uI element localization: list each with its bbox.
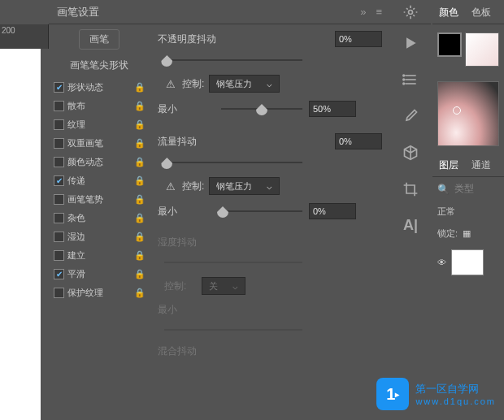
list-item-label: 颜色动态 [67, 156, 132, 168]
lock-icon[interactable]: ▦ [463, 228, 471, 239]
tab-color[interactable]: 颜色 [432, 2, 465, 24]
crop-icon[interactable] [390, 171, 431, 207]
lock-icon[interactable]: 🔒 [135, 120, 145, 130]
list-item-label: 保护纹理 [67, 287, 132, 299]
flow-jitter-input[interactable]: 0% [335, 133, 382, 149]
tab-channels[interactable]: 通道 [465, 154, 497, 176]
tip-shape-header[interactable]: 画笔笔尖形状 [52, 56, 146, 75]
min-slider-1[interactable] [221, 102, 302, 115]
min-input-1[interactable]: 50% [309, 101, 356, 117]
lock-icon[interactable]: 🔒 [135, 251, 145, 261]
list-item[interactable]: 纹理🔒 [52, 115, 146, 134]
brush-tab-button[interactable]: 画笔 [79, 29, 119, 50]
min-input-2[interactable]: 0% [309, 203, 356, 219]
chevron-down-icon: ⌵ [267, 79, 272, 89]
list-item-label: 形状动态 [67, 81, 132, 93]
lock-icon[interactable]: 🔒 [135, 102, 145, 111]
list-item-label: 纹理 [67, 119, 132, 131]
svg-point-4 [403, 75, 405, 76]
list-item[interactable]: 建立🔒 [52, 246, 146, 265]
chevron-down-icon: ⌵ [267, 181, 272, 192]
list-item[interactable]: 形状动态🔒 [52, 78, 146, 97]
visibility-icon[interactable]: 👁 [437, 258, 446, 267]
checkbox[interactable] [54, 138, 64, 149]
color-picker-preview[interactable] [465, 32, 499, 67]
list-icon[interactable] [390, 61, 431, 97]
checkbox[interactable] [54, 157, 64, 167]
control-label-3: 控制: [164, 279, 197, 293]
checkbox[interactable] [54, 232, 64, 242]
checkbox[interactable] [54, 119, 64, 130]
lock-icon[interactable]: 🔒 [135, 214, 145, 223]
cube-icon[interactable] [390, 134, 431, 171]
checkbox[interactable] [54, 194, 64, 205]
tab-layers[interactable]: 图层 [432, 154, 465, 176]
brush-tool-icon[interactable] [390, 97, 431, 134]
lock-icon[interactable]: 🔒 [135, 83, 145, 93]
tool-column: A| [390, 0, 431, 420]
checkbox[interactable] [54, 82, 64, 93]
list-item[interactable]: 散布🔒 [52, 97, 146, 115]
checkbox[interactable] [54, 269, 64, 279]
min-label-1: 最小 [158, 102, 215, 116]
lock-icon[interactable]: 🔒 [135, 176, 145, 186]
svg-point-6 [403, 83, 405, 84]
list-item[interactable]: 颜色动态🔒 [52, 153, 146, 171]
right-panel: 颜色 色板 图层 通道 🔍 类型 正常 锁定: ▦ 👁 [432, 0, 504, 420]
foreground-swatch[interactable] [437, 32, 462, 57]
list-item[interactable]: 湿边🔒 [52, 227, 146, 246]
flow-jitter-slider[interactable] [164, 156, 302, 169]
lock-icon[interactable]: 🔒 [135, 232, 145, 242]
panel-title: 画笔设置 [57, 5, 99, 19]
lock-icon[interactable]: 🔒 [135, 158, 145, 167]
tab-swatches[interactable]: 色板 [465, 2, 497, 24]
checkbox[interactable] [54, 288, 64, 298]
watermark: 1▸ 第一区自学网 www.d1qu.com [376, 378, 496, 410]
list-item-label: 湿边 [67, 231, 132, 243]
brush-options-list: 画笔 画笔笔尖形状 形状动态🔒散布🔒纹理🔒双重画笔🔒颜色动态🔒传递🔒画笔笔势🔒杂… [49, 24, 150, 414]
blend-mode-select[interactable]: 正常 [437, 206, 455, 218]
svg-point-0 [409, 10, 413, 14]
color-gradient[interactable] [437, 81, 499, 146]
color-cursor[interactable] [453, 106, 461, 115]
list-item-label: 平滑 [67, 268, 132, 280]
checkbox[interactable] [54, 213, 64, 223]
checkbox[interactable] [54, 175, 64, 186]
lock-icon[interactable]: 🔒 [135, 139, 145, 149]
checkbox[interactable] [54, 101, 64, 111]
opacity-jitter-input[interactable]: 0% [335, 31, 382, 47]
settings-area: 不透明度抖动 0% ⚠ 控制: 钢笔压力⌵ 最小 50% 流量抖动 0% [150, 24, 390, 414]
control-dropdown-1[interactable]: 钢笔压力⌵ [209, 75, 280, 93]
opacity-jitter-label: 不透明度抖动 [158, 32, 216, 46]
wet-jitter-label: 湿度抖动 [158, 236, 215, 249]
list-item[interactable]: 杂色🔒 [52, 209, 146, 227]
chevron-down-icon: ⌵ [232, 281, 238, 292]
canvas-area[interactable] [0, 49, 41, 420]
warning-icon-2: ⚠ [164, 180, 177, 193]
list-item[interactable]: 画笔笔势🔒 [52, 190, 146, 209]
list-item-label: 传递 [67, 175, 132, 187]
checkbox[interactable] [54, 250, 64, 261]
brush-settings-panel: 画笔设置 » ≡ 画笔 画笔笔尖形状 形状动态🔒散布🔒纹理🔒双重画笔🔒颜色动态🔒… [49, 0, 390, 420]
list-item[interactable]: 双重画笔🔒 [52, 134, 146, 153]
collapse-icon[interactable]: » [360, 6, 366, 18]
lock-icon[interactable]: 🔒 [135, 195, 145, 205]
list-item[interactable]: 平滑🔒 [52, 265, 146, 284]
list-item[interactable]: 传递🔒 [52, 171, 146, 190]
menu-icon[interactable]: ≡ [376, 6, 382, 18]
play-icon[interactable] [390, 24, 431, 61]
flow-jitter-label: 流量抖动 [158, 135, 215, 149]
control-dropdown-2[interactable]: 钢笔压力⌵ [209, 177, 280, 195]
lock-icon[interactable]: 🔒 [135, 270, 145, 279]
type-icon[interactable]: A| [390, 207, 431, 244]
list-item-label: 杂色 [67, 212, 132, 224]
lock-icon[interactable]: 🔒 [135, 288, 145, 298]
opacity-jitter-slider[interactable] [164, 54, 302, 67]
layer-thumbnail[interactable] [451, 249, 484, 275]
min-slider-2[interactable] [221, 205, 302, 218]
list-item-label: 建立 [67, 249, 132, 262]
list-item-label: 双重画笔 [67, 137, 132, 149]
list-item[interactable]: 保护纹理🔒 [52, 284, 146, 302]
control-label-1: 控制: [182, 77, 204, 91]
filter-type[interactable]: 类型 [454, 182, 474, 196]
